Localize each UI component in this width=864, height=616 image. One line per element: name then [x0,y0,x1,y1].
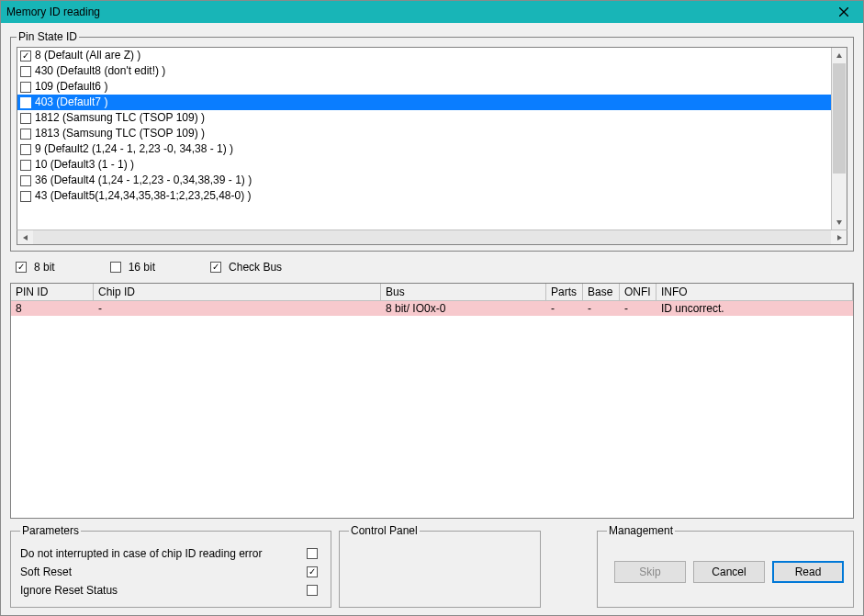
checkbox-icon [20,129,31,140]
results-table: PIN ID Chip ID Bus Parts Base ONFI INFO … [10,283,854,519]
close-icon [839,7,848,17]
management-legend: Management [607,524,675,537]
list-item[interactable]: 8 (Default (All are Z) ) [17,48,831,63]
titlebar: Memory ID reading [1,1,863,23]
list-item[interactable]: 1813 (Samsung TLC (TSOP 109) ) [17,126,831,141]
window: Memory ID reading Pin State ID 8 (Defaul… [0,0,864,616]
col-info[interactable]: INFO [656,284,853,300]
cell: - [546,301,583,316]
pin-state-list[interactable]: 8 (Default (All are Z) )430 (Default8 (d… [17,48,831,230]
param-soft-reset[interactable]: Soft Reset [20,563,321,581]
col-pin-id[interactable]: PIN ID [11,284,94,300]
horizontal-scrollbar[interactable] [17,230,847,245]
pin-state-group: Pin State ID 8 (Default (All are Z) )430… [10,30,854,252]
checkbox-icon [307,566,318,577]
list-item[interactable]: 43 (Default5(1,24,34,35,38-1;2,23,25,48-… [17,188,831,204]
hscroll-track[interactable] [33,230,831,244]
list-item-label: 1813 (Samsung TLC (TSOP 109) ) [35,126,205,141]
eight-bit-checkbox[interactable]: 8 bit [16,261,55,274]
list-item-label: 403 (Default7 ) [35,95,107,110]
checkbox-icon [307,585,318,596]
parameters-legend: Parameters [20,524,81,537]
list-item[interactable]: 109 (Default6 ) [17,79,831,95]
list-item[interactable]: 10 (Default3 (1 - 1) ) [17,157,831,173]
scroll-down-icon[interactable] [832,214,847,230]
close-button[interactable] [830,3,858,21]
checkbox-icon [210,262,221,273]
cell: - [583,301,620,316]
checkbox-icon [20,160,31,171]
list-item[interactable]: 403 (Default7 ) [17,95,831,110]
list-item-label: 430 (Default8 (don't edit!) ) [35,63,165,79]
check-bus-label: Check Bus [229,261,282,274]
list-item[interactable]: 9 (Default2 (1,24 - 1, 2,23 -0, 34,38 - … [17,141,831,157]
cell: ID uncorrect. [656,301,853,316]
param-ignore-reset-label: Ignore Reset Status [20,584,307,597]
col-bus[interactable]: Bus [381,284,546,300]
eight-bit-label: 8 bit [34,261,55,274]
list-item[interactable]: 36 (Default4 (1,24 - 1,2,23 - 0,34,38,39… [17,173,831,188]
pin-state-legend: Pin State ID [17,30,79,43]
scroll-left-icon[interactable] [17,230,33,244]
table-header: PIN ID Chip ID Bus Parts Base ONFI INFO [11,284,853,301]
control-panel-group: Control Panel [339,524,541,608]
col-chip-id[interactable]: Chip ID [94,284,381,300]
checkbox-icon [20,66,31,77]
cell: - [620,301,656,316]
checkbox-icon [110,262,121,273]
checkbox-icon [20,113,31,124]
scroll-up-icon[interactable] [832,48,847,63]
scroll-thumb[interactable] [833,63,846,174]
cancel-button[interactable]: Cancel [693,561,765,583]
checkbox-icon [20,82,31,93]
table-body: 8-8 bit/ IO0x-0---ID uncorrect. [11,301,853,518]
list-item-label: 8 (Default (All are Z) ) [35,48,140,63]
col-parts[interactable]: Parts [546,284,583,300]
checkbox-icon [20,175,31,186]
vertical-scrollbar[interactable] [831,48,847,230]
svg-marker-4 [23,235,28,241]
pin-state-list-wrap: 8 (Default (All are Z) )430 (Default8 (d… [17,47,847,230]
sixteen-bit-label: 16 bit [129,261,155,274]
checkbox-icon [20,144,31,155]
cell: - [94,301,381,316]
svg-marker-2 [836,53,842,58]
param-dont-interrupt-label: Do not interrupted in case of chip ID re… [20,547,307,560]
param-soft-reset-label: Soft Reset [20,566,307,578]
list-item-label: 10 (Default3 (1 - 1) ) [35,157,134,173]
checkbox-icon [20,97,31,108]
cell: 8 bit/ IO0x-0 [381,301,546,316]
read-button[interactable]: Read [772,561,844,583]
skip-button[interactable]: Skip [614,561,686,583]
checkbox-icon [307,548,318,559]
list-item-label: 36 (Default4 (1,24 - 1,2,23 - 0,34,38,39… [35,173,252,188]
checkbox-icon [16,262,27,273]
check-bus-checkbox[interactable]: Check Bus [210,261,282,274]
management-group: Management Skip Cancel Read [597,524,854,608]
spacer [548,524,589,608]
parameters-group: Parameters Do not interrupted in case of… [10,524,331,608]
options-row: 8 bit 16 bit Check Bus [10,257,854,277]
list-item-label: 9 (Default2 (1,24 - 1, 2,23 -0, 34,38 - … [35,141,233,157]
scroll-right-icon[interactable] [831,230,847,244]
control-panel-legend: Control Panel [349,524,420,537]
checkbox-icon [20,50,31,62]
checkbox-icon [20,191,31,202]
list-item[interactable]: 430 (Default8 (don't edit!) ) [17,63,831,79]
content: Pin State ID 8 (Default (All are Z) )430… [1,23,863,615]
param-dont-interrupt[interactable]: Do not interrupted in case of chip ID re… [20,544,321,563]
window-title: Memory ID reading [6,6,830,18]
col-base[interactable]: Base [583,284,620,300]
list-item-label: 1812 (Samsung TLC (TSOP 109) ) [35,110,205,126]
cell: 8 [11,301,94,316]
bottom-panel: Parameters Do not interrupted in case of… [10,524,854,608]
col-onfi[interactable]: ONFI [620,284,656,300]
param-ignore-reset[interactable]: Ignore Reset Status [20,581,321,599]
list-item-label: 109 (Default6 ) [35,79,107,95]
svg-marker-5 [837,235,842,241]
list-item[interactable]: 1812 (Samsung TLC (TSOP 109) ) [17,110,831,126]
list-item-label: 43 (Default5(1,24,34,35,38-1;2,23,25,48-… [35,188,252,204]
sixteen-bit-checkbox[interactable]: 16 bit [110,261,155,274]
svg-marker-3 [836,220,842,225]
table-row[interactable]: 8-8 bit/ IO0x-0---ID uncorrect. [11,301,853,316]
